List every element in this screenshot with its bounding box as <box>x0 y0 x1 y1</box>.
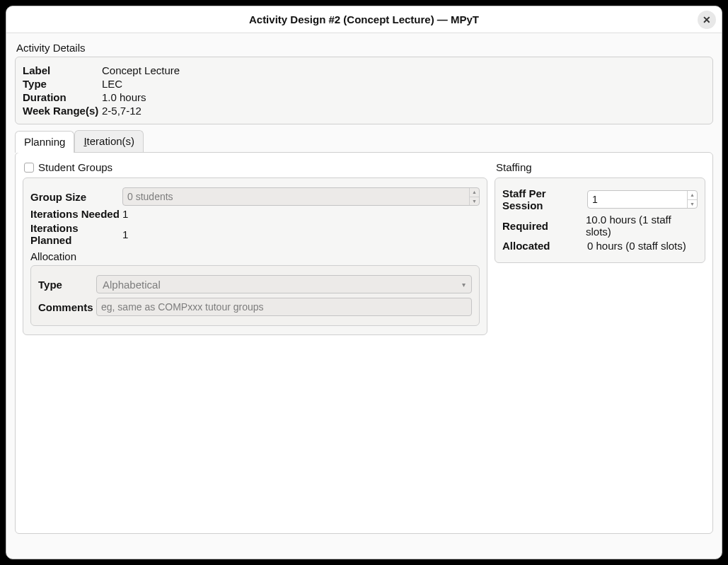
details-row-type: Type LEC <box>23 78 705 90</box>
staff-per-session-spinbox[interactable]: 1 ▲ ▼ <box>587 190 698 209</box>
allocation-label: Allocation <box>30 250 480 262</box>
tab-planning-label: Planning <box>24 136 65 148</box>
chevron-up-icon[interactable]: ▲ <box>688 191 697 200</box>
group-size-spinbox[interactable]: 0 students ▲ ▼ <box>122 187 480 206</box>
iterations-planned-label: Iterations Planned <box>30 222 122 246</box>
staffing-required-label: Required <box>502 220 586 232</box>
details-row-weekrange: Week Range(s) 2-5,7-12 <box>23 105 705 117</box>
dialog-window: Activity Design #2 (Concept Lecture) — M… <box>6 6 722 559</box>
tab-strip: Planning Iteration(s) <box>15 130 713 152</box>
details-label: Label <box>23 64 102 76</box>
staffing-frame: Staff Per Session 1 ▲ ▼ Required <box>495 177 705 263</box>
tab-iterations-rest: teration(s) <box>87 135 135 147</box>
details-value: LEC <box>102 78 122 90</box>
iterations-planned-row: Iterations Planned 1 <box>30 222 480 246</box>
group-size-stepper: ▲ ▼ <box>469 188 479 205</box>
details-row-duration: Duration 1.0 hours <box>23 91 705 103</box>
student-groups-frame: Group Size 0 students ▲ ▼ Iterations Nee… <box>23 177 487 335</box>
details-label: Duration <box>23 91 102 103</box>
allocation-type-value: Alphabetical <box>103 279 161 291</box>
titlebar: Activity Design #2 (Concept Lecture) — M… <box>6 6 722 33</box>
activity-details-box: Label Concept Lecture Type LEC Duration … <box>15 57 713 124</box>
student-groups-title: Student Groups <box>38 161 112 173</box>
chevron-down-icon[interactable]: ▼ <box>688 200 697 209</box>
group-size-value: 0 students <box>123 188 469 205</box>
allocation-comments-placeholder: eg, same as COMPxxx tutour groups <box>101 301 264 313</box>
tab-planning[interactable]: Planning <box>15 131 74 153</box>
details-label: Type <box>23 78 102 90</box>
staffing-title: Staffing <box>496 161 532 173</box>
close-icon: ✕ <box>703 14 711 25</box>
close-button[interactable]: ✕ <box>698 11 716 29</box>
student-groups-column: Student Groups Group Size 0 students ▲ ▼ <box>23 160 487 526</box>
allocation-type-row: Type Alphabetical ▾ <box>38 275 472 293</box>
staff-per-session-value: 1 <box>588 191 687 208</box>
group-size-row: Group Size 0 students ▲ ▼ <box>30 187 480 206</box>
activity-details-title: Activity Details <box>16 42 713 54</box>
staff-per-session-stepper: ▲ ▼ <box>687 191 697 208</box>
staffing-required-value: 10.0 hours (1 staff slots) <box>586 214 698 238</box>
iterations-needed-value: 1 <box>122 208 128 220</box>
staffing-column: Staffing Staff Per Session 1 ▲ ▼ <box>495 160 705 526</box>
allocation-type-label: Type <box>38 279 96 291</box>
group-size-label: Group Size <box>30 191 122 203</box>
staffing-allocated-label: Allocated <box>502 240 587 252</box>
allocation-type-combo[interactable]: Alphabetical ▾ <box>96 275 472 293</box>
staffing-allocated-row: Allocated 0 hours (0 staff slots) <box>502 240 698 252</box>
iterations-needed-row: Iterations Needed 1 <box>30 208 480 220</box>
allocation-comments-label: Comments <box>38 301 96 313</box>
tab-panel-planning: Student Groups Group Size 0 students ▲ ▼ <box>15 152 713 534</box>
tab-iterations[interactable]: Iteration(s) <box>74 130 144 152</box>
chevron-down-icon[interactable]: ▼ <box>470 197 479 206</box>
allocation-comments-row: Comments eg, same as COMPxxx tutour grou… <box>38 298 472 316</box>
staffing-allocated-value: 0 hours (0 staff slots) <box>587 240 686 252</box>
tabs: Planning Iteration(s) Student Groups Gro… <box>15 130 713 534</box>
caret-down-icon: ▾ <box>462 281 466 289</box>
window-title: Activity Design #2 (Concept Lecture) — M… <box>249 13 479 25</box>
allocation-comments-input[interactable]: eg, same as COMPxxx tutour groups <box>96 298 472 316</box>
iterations-planned-value: 1 <box>122 228 128 240</box>
details-value: Concept Lecture <box>102 64 180 76</box>
details-row-label: Label Concept Lecture <box>23 64 705 76</box>
details-value: 1.0 hours <box>102 91 146 103</box>
allocation-frame: Type Alphabetical ▾ Comments eg, same as… <box>30 265 480 326</box>
staffing-header: Staffing <box>496 161 705 173</box>
staff-per-session-label: Staff Per Session <box>502 187 587 211</box>
details-label: Week Range(s) <box>23 105 102 117</box>
iterations-needed-label: Iterations Needed <box>30 208 122 220</box>
staff-per-session-row: Staff Per Session 1 ▲ ▼ <box>502 187 698 211</box>
student-groups-header: Student Groups <box>24 161 487 173</box>
staffing-required-row: Required 10.0 hours (1 staff slots) <box>502 214 698 238</box>
chevron-up-icon[interactable]: ▲ <box>470 188 479 197</box>
content-area: Activity Details Label Concept Lecture T… <box>6 33 722 559</box>
details-value: 2-5,7-12 <box>102 105 141 117</box>
student-groups-checkbox[interactable] <box>24 163 34 173</box>
